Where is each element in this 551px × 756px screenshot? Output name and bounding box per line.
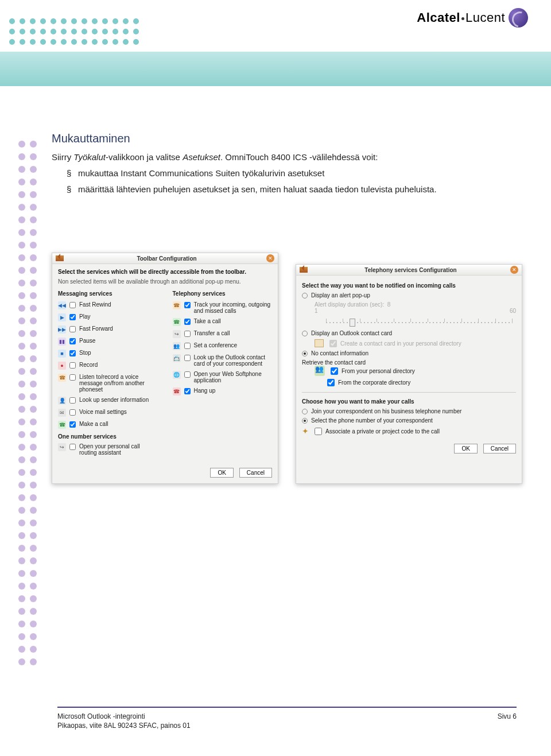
one-number-checkbox[interactable] xyxy=(69,444,76,450)
service-checkbox[interactable] xyxy=(69,397,76,404)
associate-checkbox[interactable] xyxy=(315,428,322,435)
slider-value: 8 xyxy=(387,301,391,308)
slider-max: 60 xyxy=(510,308,516,314)
service-label: Voice mail settings xyxy=(79,409,127,415)
one-number-row: ↪ Open your personal call routing assist… xyxy=(58,443,158,456)
service-icon: ◀◀ xyxy=(58,301,66,309)
messaging-row: ☎Listen to/record a voice message on/fro… xyxy=(58,374,158,393)
messaging-row: 👤Look up sender information xyxy=(58,397,158,405)
decorative-dots-left xyxy=(18,141,37,665)
messaging-header: Messaging services xyxy=(58,290,158,297)
toolbar-config-window: Toolbar Configuration ✕ Select the servi… xyxy=(52,253,278,484)
messaging-row: ▶Play xyxy=(58,313,158,321)
service-checkbox[interactable] xyxy=(184,319,191,325)
retrieve-corporate-checkbox[interactable] xyxy=(327,379,335,386)
service-checkbox[interactable] xyxy=(69,362,76,369)
messaging-column: Messaging services ◀◀Fast Rewind▶Play▶▶F… xyxy=(58,290,158,460)
section-title: Mukauttaminen xyxy=(52,132,517,145)
create-card-row: Create a contact card in your personal d… xyxy=(315,339,516,347)
telephony-row: ☎Take a call xyxy=(173,318,273,326)
header-band xyxy=(0,52,551,86)
window-title: Toolbar Configuration xyxy=(67,255,266,262)
slider-min: 1 xyxy=(315,308,318,314)
decorative-dots-top xyxy=(9,18,140,46)
service-checkbox[interactable] xyxy=(184,331,191,337)
retrieve-header: Retrieve the contact card xyxy=(302,359,516,366)
service-icon: ☎ xyxy=(173,387,181,396)
slider[interactable] xyxy=(323,315,516,327)
telephony-row: ☎Hang up xyxy=(173,387,273,396)
slider-block: Alert display duration (sec): 8 160 xyxy=(315,301,516,327)
footer: Microsoft Outlook -integrointi Pikaopas,… xyxy=(57,707,517,730)
one-number-header: One number services xyxy=(58,433,158,440)
service-icon: 👤 xyxy=(58,397,66,405)
close-icon[interactable]: ✕ xyxy=(510,266,518,274)
intro-paragraph: Siirry Työkalut-valikkoon ja valitse Ase… xyxy=(52,152,517,162)
service-checkbox[interactable] xyxy=(69,302,76,308)
star-icon: ✦ xyxy=(302,427,311,436)
create-card-checkbox xyxy=(329,340,337,347)
call-section-header: Choose how you want to make your calls xyxy=(302,398,516,405)
service-label: Transfer a call xyxy=(194,330,230,336)
service-checkbox[interactable] xyxy=(69,314,76,320)
service-icon: ☎ xyxy=(58,374,66,382)
telephony-row: 📇Look up the Outlook contact card of you… xyxy=(173,354,273,367)
service-label: Set a conference xyxy=(194,342,238,348)
telephony-row: 👥Set a conference xyxy=(173,342,273,350)
service-icon: ☎ xyxy=(173,318,181,326)
service-label: Track your incoming, outgoing and missed… xyxy=(194,301,273,314)
notify-opt-alert[interactable]: Display an alert pop-up xyxy=(302,292,516,298)
service-checkbox[interactable] xyxy=(184,302,191,308)
messaging-row: ▮▮Pause xyxy=(58,338,158,346)
content: Mukauttaminen Siirry Työkalut-valikkoon … xyxy=(52,132,517,200)
titlebar: Telephony services Configuration ✕ xyxy=(296,265,522,276)
notify-section-header: Select the way you want to be notified o… xyxy=(302,282,516,289)
header: AlcatelLucent xyxy=(0,0,551,80)
contact-card-icon xyxy=(315,339,324,347)
retrieve-block: From your personal directory From the co… xyxy=(315,366,516,386)
create-card-label: Create a contact card in your personal d… xyxy=(340,340,461,347)
service-label: Open your Web Softphone application xyxy=(194,371,273,383)
service-checkbox[interactable] xyxy=(184,371,191,378)
instruction-text: Select the services which will be direct… xyxy=(58,269,272,275)
messaging-row: ▶▶Fast Forward xyxy=(58,325,158,334)
messaging-row: ☎Make a call xyxy=(58,421,158,429)
service-label: Hang up xyxy=(194,387,216,394)
service-checkbox[interactable] xyxy=(69,421,76,428)
service-checkbox[interactable] xyxy=(69,374,76,381)
bullet-list: mukauttaa Instant Communications Suiten … xyxy=(67,168,517,196)
service-checkbox[interactable] xyxy=(184,343,191,349)
service-label: Stop xyxy=(79,350,91,356)
brand-logo: AlcatelLucent xyxy=(417,8,528,28)
notify-opt-outlook[interactable]: Display an Outlook contact card xyxy=(302,330,516,336)
call-opt-select[interactable]: Select the phone number of your correspo… xyxy=(302,417,516,424)
service-checkbox[interactable] xyxy=(69,350,76,356)
messaging-row: ◀◀Fast Rewind xyxy=(58,301,158,309)
service-icon: ☎ xyxy=(173,301,181,309)
call-opt-business[interactable]: Join your correspondent on his business … xyxy=(302,408,516,414)
notify-opt-none[interactable]: No contact information xyxy=(302,350,516,356)
window-title: Telephony services Configuration xyxy=(311,267,510,273)
service-checkbox[interactable] xyxy=(69,409,76,416)
service-checkbox[interactable] xyxy=(184,355,191,361)
service-checkbox[interactable] xyxy=(184,388,191,394)
retrieve-personal-checkbox[interactable] xyxy=(331,367,338,375)
close-icon[interactable]: ✕ xyxy=(266,254,274,262)
ok-button[interactable]: OK xyxy=(454,444,477,453)
service-checkbox[interactable] xyxy=(69,326,76,332)
messaging-row: ✉Voice mail settings xyxy=(58,409,158,417)
associate-row: ✦ Associate a private or project code to… xyxy=(302,427,516,436)
service-icon: 👥 xyxy=(173,342,181,350)
bullet-item: määrittää lähtevien puhelujen asetukset … xyxy=(67,184,517,195)
ok-button[interactable]: OK xyxy=(210,468,233,478)
cancel-button[interactable]: Cancel xyxy=(483,444,516,453)
telephony-config-window: Telephony services Configuration ✕ Selec… xyxy=(296,264,522,484)
titlebar: Toolbar Configuration ✕ xyxy=(52,253,278,264)
cancel-button[interactable]: Cancel xyxy=(239,468,272,478)
app-flag-icon xyxy=(300,267,308,273)
service-checkbox[interactable] xyxy=(69,338,76,344)
associate-label: Associate a private or project code to t… xyxy=(325,428,440,435)
app-flag-icon xyxy=(56,255,64,261)
service-icon: ✉ xyxy=(58,409,66,417)
slider-thumb[interactable] xyxy=(350,319,355,327)
